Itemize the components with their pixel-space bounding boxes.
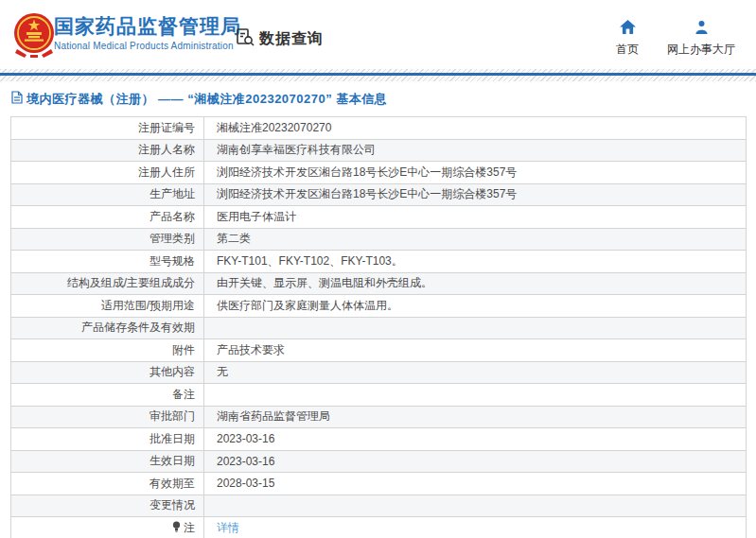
row-label-text: 批准日期: [149, 431, 195, 447]
table-row: 注册证编号湘械注准20232070270: [11, 117, 746, 140]
row-label: 其他内容: [11, 362, 204, 384]
table-row: 有效期至2028-03-15: [11, 473, 746, 495]
row-label-text: 附件: [172, 342, 195, 358]
table-row: 备注: [11, 384, 746, 407]
row-label-text: 结构及组成/主要组成成分: [67, 275, 195, 291]
row-label-text: 产品储存条件及有效期: [81, 320, 195, 336]
row-value-text: 医用电子体温计: [217, 209, 296, 225]
row-value-text: 浏阳经济技术开发区湘台路18号长沙E中心一期综合楼357号: [217, 165, 517, 181]
table-row: 批准日期2023-03-16: [11, 428, 746, 451]
row-label-text: 适用范围/预期用途: [101, 298, 195, 314]
row-value: 湖南省药品监督管理局: [204, 407, 746, 428]
document-search-icon: [236, 27, 255, 51]
row-value-text: 2023-03-16: [217, 455, 274, 468]
row-label-text: 其他内容: [149, 364, 195, 380]
data-query-label: 数据查询: [259, 29, 324, 49]
row-label-text: 变更情况: [149, 497, 195, 513]
row-value: [204, 384, 746, 406]
row-label: 生产地址: [11, 184, 204, 206]
row-label: 备注: [11, 384, 204, 406]
row-value: FKY-T101、FKY-T102、FKY-T103。: [204, 251, 746, 272]
row-label-text: 型号规格: [149, 253, 195, 269]
row-label: 注册证编号: [11, 117, 204, 139]
row-label-text: 注册证编号: [138, 120, 195, 136]
row-label: 管理类别: [11, 229, 204, 251]
row-label-text: 注册人名称: [138, 142, 195, 158]
row-label: 审批部门: [11, 407, 204, 428]
row-value: [204, 495, 746, 517]
header-nav: 首页 网上办事大厅: [616, 20, 735, 58]
row-value: 详情: [204, 517, 746, 538]
row-value-text: 产品技术要求: [217, 342, 285, 358]
nav-item-home-label: 首页: [616, 42, 639, 58]
row-label: 型号规格: [11, 251, 204, 272]
table-row: 注详情: [11, 517, 746, 538]
row-label: 结构及组成/主要组成成分: [11, 273, 204, 295]
table-row: 产品储存条件及有效期: [11, 318, 746, 340]
row-value-text: 由开关键、显示屏、测温电阻和外壳组成。: [217, 275, 432, 291]
row-value-text: 湖南创享幸福医疗科技有限公司: [217, 142, 376, 158]
row-label: 产品名称: [11, 206, 204, 228]
row-value-text: 湘械注准20232070270: [217, 120, 331, 136]
user-icon: [694, 20, 709, 38]
row-label-text: 产品名称: [149, 209, 195, 225]
row-label-text: 生效日期: [149, 453, 195, 469]
row-label: 产品储存条件及有效期: [11, 318, 204, 339]
row-label: 变更情况: [11, 495, 204, 517]
row-label-text: 生产地址: [149, 186, 195, 202]
row-value: 医用电子体温计: [204, 206, 746, 228]
row-value-text: FKY-T101、FKY-T102、FKY-T103。: [217, 253, 403, 269]
row-label-text: 注: [184, 520, 195, 536]
table-row: 变更情况: [11, 495, 746, 518]
row-value-text: 2028-03-15: [217, 477, 274, 490]
table-row: 适用范围/预期用途供医疗部门及家庭测量人体体温用。: [11, 295, 746, 318]
row-value: 2028-03-15: [204, 473, 746, 495]
detail-link[interactable]: 详情: [217, 520, 239, 536]
agency-name-en: National Medical Products Administration: [54, 41, 241, 51]
table-row: 生产地址浏阳经济技术开发区湘台路18号长沙E中心一期综合楼357号: [11, 184, 746, 207]
row-value-text: 供医疗部门及家庭测量人体体温用。: [217, 298, 398, 314]
table-row: 生效日期2023-03-16: [11, 451, 746, 474]
row-label-text: 备注: [172, 387, 195, 403]
table-row: 型号规格FKY-T101、FKY-T102、FKY-T103。: [11, 251, 746, 273]
row-value: [204, 318, 746, 339]
table-row: 注册人名称湖南创享幸福医疗科技有限公司: [11, 140, 746, 163]
table-row: 管理类别第二类: [11, 229, 746, 252]
data-query-section: 数据查询: [236, 27, 324, 51]
row-label: 注册人住所: [11, 162, 204, 183]
nav-item-service-hall[interactable]: 网上办事大厅: [667, 20, 735, 58]
row-label: 有效期至: [11, 473, 204, 495]
table-row: 其他内容无: [11, 362, 746, 385]
site-header: 国家药品监督管理局 National Medical Products Admi…: [0, 0, 756, 69]
row-value-text: 浏阳经济技术开发区湘台路18号长沙E中心一期综合楼357号: [217, 186, 517, 202]
row-label-text: 审批部门: [149, 408, 195, 425]
agency-title: 国家药品监督管理局 National Medical Products Admi…: [54, 15, 241, 51]
bulb-icon: [172, 521, 181, 535]
table-row: 注册人住所浏阳经济技术开发区湘台路18号长沙E中心一期综合楼357号: [11, 162, 746, 184]
row-label: 生效日期: [11, 451, 204, 473]
table-row: 产品名称医用电子体温计: [11, 206, 746, 229]
row-value: 产品技术要求: [204, 339, 746, 361]
row-value-text: 第二类: [217, 231, 251, 247]
row-label: 批准日期: [11, 428, 204, 450]
nav-item-home[interactable]: 首页: [616, 20, 639, 58]
row-value: 湖南创享幸福医疗科技有限公司: [204, 140, 746, 162]
agency-name-cn: 国家药品监督管理局: [54, 15, 241, 38]
row-label: 适用范围/预期用途: [11, 295, 204, 317]
national-emblem-icon: [11, 11, 57, 59]
row-value: 第二类: [204, 229, 746, 251]
row-value: 浏阳经济技术开发区湘台路18号长沙E中心一期综合楼357号: [204, 162, 746, 183]
breadcrumb-text: 境内医疗器械（注册） —— “湘械注准20232070270” 基本信息: [26, 91, 387, 108]
row-value-text: 无: [217, 364, 228, 380]
table-row: 附件产品技术要求: [11, 339, 746, 362]
row-label: 注: [11, 517, 204, 538]
row-value: 湘械注准20232070270: [204, 117, 746, 139]
table-row: 审批部门湖南省药品监督管理局: [11, 407, 746, 429]
row-label: 附件: [11, 339, 204, 361]
row-value-text: 2023-03-16: [217, 432, 274, 445]
row-value: 无: [204, 362, 746, 384]
row-value: 浏阳经济技术开发区湘台路18号长沙E中心一期综合楼357号: [204, 184, 746, 206]
header-divider-hatch-bottom: [0, 76, 756, 81]
nav-item-service-hall-label: 网上办事大厅: [667, 42, 735, 58]
breadcrumb: 境内医疗器械（注册） —— “湘械注准20232070270” 基本信息: [11, 91, 756, 108]
